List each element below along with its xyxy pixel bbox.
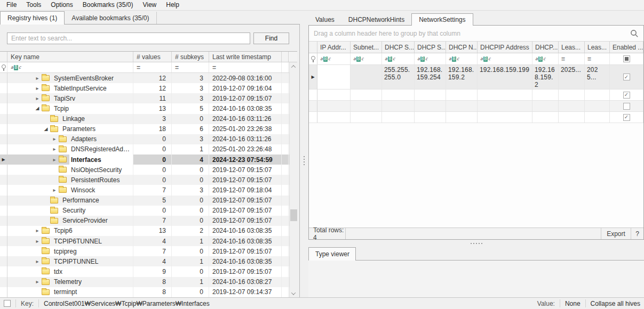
cell-num-values[interactable]: 0 [133,175,172,185]
tree-row[interactable]: ◢Parameters1862025-01-20 23:26:38 [0,124,289,134]
tree-row[interactable]: ▶▸Interfaces042024-12-23 07:54:59 [0,154,289,165]
cell-num-subkeys[interactable]: 0 [172,266,209,277]
cell-key-name[interactable]: tcpipreg [7,246,133,256]
cell-key-name[interactable]: ▸TCPIP6TUNNEL [7,236,133,246]
cell-num-values[interactable]: 7 [133,246,172,256]
cell-key-name[interactable]: tdx [7,266,133,277]
filter-cell-key-name[interactable]: aBc [7,62,133,72]
cell-num-values[interactable]: 7 [133,216,172,226]
cell-key-name[interactable]: terminpt [7,287,133,297]
cell-ip[interactable] [317,101,351,111]
cell-last-write-timestamp[interactable]: 2019-12-07 09:15:07 [209,216,282,226]
cell-num-values[interactable]: 18 [133,124,172,134]
tab-type-viewer[interactable]: Type viewer [308,247,356,261]
column-header-enabled[interactable]: Enabled ... [610,42,643,53]
cell-last-write-timestamp[interactable]: 2019-12-07 09:14:37 [209,287,282,297]
filter-cell-leas[interactable]: = [559,53,585,64]
column-header-dhcpip-address[interactable]: DHCPIP Address [478,42,532,53]
tree-row[interactable]: Performance502019-12-07 09:15:07 [0,196,289,206]
cell-key-name[interactable]: Security [7,206,133,216]
expand-arrow-icon[interactable]: ▸ [34,228,41,233]
menu-item-options[interactable]: Options [46,1,77,10]
cell-num-subkeys[interactable]: 6 [172,124,209,134]
cell-dhcp-s2[interactable]: 192.168.159.254 [415,65,446,89]
cell-num-values[interactable]: 3 [133,114,172,124]
cell-key-name[interactable]: NsiObjectSecurity [7,165,133,175]
cell-num-subkeys[interactable]: 0 [172,196,209,206]
tree-row[interactable]: ▸Winsock732019-12-07 09:18:04 [0,185,289,195]
cell-enabled[interactable]: ✓ [610,112,643,123]
cell-num-values[interactable]: 5 [133,196,172,206]
cell-key-name[interactable]: Performance [7,196,133,206]
horizontal-splitter[interactable] [308,240,644,247]
tree-row[interactable]: PersistentRoutes002019-12-07 09:15:07 [0,175,289,185]
cell-last-write-timestamp[interactable]: 2025-01-20 23:26:38 [209,124,282,134]
cell-key-name[interactable]: ServiceProvider [7,216,133,226]
filter-cell-dhcpip-address[interactable]: aBc [478,53,532,64]
cell-key-name[interactable]: ▸SystemEventsBroker [7,73,133,83]
cell-num-values[interactable]: 8 [133,287,172,297]
cell-lease1[interactable] [559,101,585,111]
cell-subnet[interactable] [351,90,382,100]
panel-splitter[interactable] [300,24,308,297]
tree-scrollbar[interactable] [289,62,297,297]
tab-values[interactable]: Values [308,14,341,26]
scroll-down-button[interactable] [290,289,297,297]
menu-item-view[interactable]: View [138,1,161,10]
cell-dhcp-n[interactable] [446,112,478,123]
cell-num-values[interactable]: 0 [133,144,172,154]
cell-last-write-timestamp[interactable]: 2019-12-07 09:16:04 [209,83,282,93]
expand-arrow-icon[interactable]: ▸ [34,259,41,264]
cell-ip[interactable] [317,112,351,123]
tree-row[interactable]: tcpipreg702019-12-07 09:15:07 [0,246,289,256]
grid-row[interactable] [309,101,643,112]
filter-cell-dhcp[interactable]: aBc [532,53,559,64]
cell-lease1[interactable] [559,90,585,100]
status-checkbox[interactable] [4,300,11,307]
cell-num-subkeys[interactable]: 0 [172,175,209,185]
tree-row[interactable]: NsiObjectSecurity002019-12-07 09:15:07 [0,165,289,175]
expand-arrow-icon[interactable]: ▸ [51,147,58,152]
cell-last-write-timestamp[interactable]: 2019-12-07 09:15:07 [209,93,282,103]
column-header-values[interactable]: # values [133,52,172,62]
filter-cell-subnet[interactable]: aBc [351,53,382,64]
filter-cell-dhcp-n[interactable]: aBc [446,53,478,64]
cell-num-subkeys[interactable]: 1 [172,236,209,246]
cell-key-name[interactable]: ▸Telemetry [7,277,133,287]
expand-arrow-icon[interactable]: ▸ [51,136,58,142]
cell-num-subkeys[interactable]: 3 [172,134,209,144]
cell-ip[interactable] [317,65,351,89]
cell-last-write-timestamp[interactable]: 2024-12-23 07:54:59 [209,154,282,165]
cell-num-subkeys[interactable]: 0 [172,114,209,124]
cell-key-name[interactable]: ▸Winsock [7,185,133,195]
column-header-dhcp[interactable]: DHCP... [532,42,559,53]
cell-num-subkeys[interactable]: 0 [172,216,209,226]
checkbox-checked[interactable]: ✓ [623,74,630,80]
scroll-up-button[interactable] [290,62,297,70]
cell-num-values[interactable]: 0 [133,134,172,144]
cell-key-name[interactable]: ▸DNSRegisteredAda... [7,144,133,154]
cell-last-write-timestamp[interactable]: 2024-10-16 03:08:35 [209,236,282,246]
column-header-ip-addr[interactable]: IP Addr... [317,42,351,53]
cell-enabled[interactable] [610,101,643,111]
cell-num-values[interactable]: 13 [133,103,172,113]
cell-ip[interactable] [317,90,351,100]
cell-dhcpip-address[interactable] [478,101,532,111]
checkbox-checked[interactable]: ✓ [623,92,630,99]
cell-num-values[interactable]: 11 [133,93,172,103]
cell-dhcpip-address[interactable] [478,112,532,123]
cell-enabled[interactable]: ✓ [610,90,643,100]
tree-row[interactable]: ▸Tcpip61322024-10-16 03:08:35 [0,226,289,236]
cell-num-values[interactable]: 12 [133,73,172,83]
cell-dhcp-s2[interactable] [415,112,446,123]
menu-item-file[interactable]: File [2,1,21,10]
cell-num-subkeys[interactable]: 0 [172,287,209,297]
cell-key-name[interactable]: ▸Tcpip6 [7,226,133,236]
cell-key-name[interactable]: ◢Tcpip [7,103,133,113]
checkbox-checked[interactable]: ✓ [623,114,630,121]
filter-checkbox-indeterminate[interactable] [623,55,630,62]
cell-num-subkeys[interactable]: 1 [172,144,209,154]
tree-row[interactable]: ▸DNSRegisteredAda...012025-01-20 23:26:4… [0,144,289,154]
tree-row[interactable]: Security002019-12-07 09:15:07 [0,206,289,216]
cell-dhcp-s1[interactable] [382,90,415,100]
